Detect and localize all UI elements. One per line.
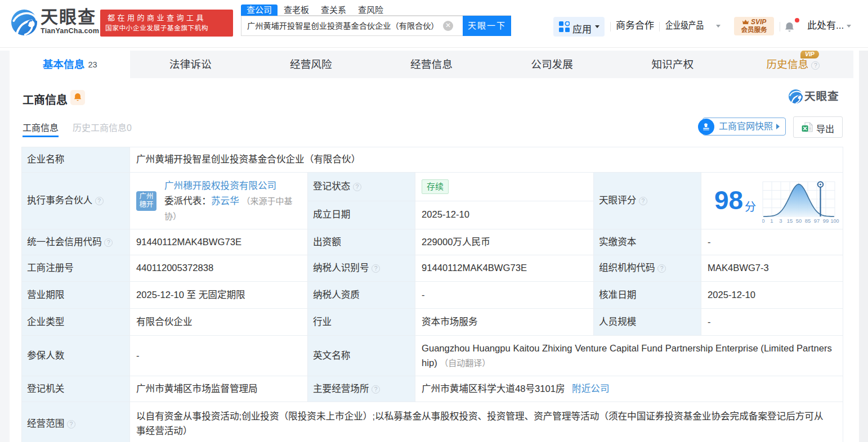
svg-text:99: 99 — [823, 218, 829, 223]
svg-text:97: 97 — [814, 218, 820, 223]
svg-text:1: 1 — [770, 218, 773, 223]
svg-text:15: 15 — [787, 218, 793, 223]
svg-text:100: 100 — [830, 218, 839, 223]
svg-text:85: 85 — [805, 218, 811, 223]
svg-text:3: 3 — [779, 218, 782, 223]
svg-text:50: 50 — [796, 218, 802, 223]
svg-text:0: 0 — [762, 218, 765, 223]
